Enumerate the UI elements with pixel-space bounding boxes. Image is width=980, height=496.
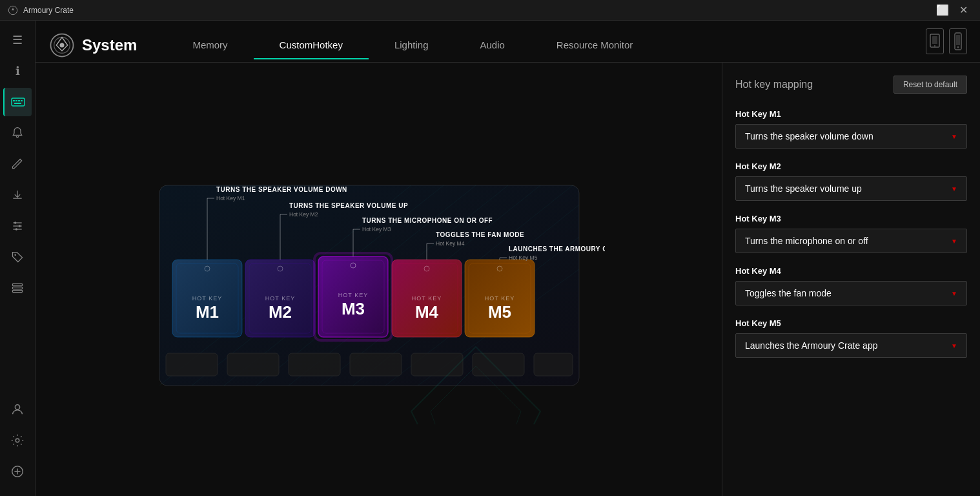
svg-rect-1: [12, 98, 25, 106]
device-icon-phone[interactable]: [949, 28, 967, 54]
tab-lighting[interactable]: Lighting: [369, 32, 454, 59]
hotkey-m2-dropdown[interactable]: Turns the speaker volume up ▼: [735, 176, 967, 201]
sidebar-item-settings[interactable]: [3, 426, 32, 455]
hotkey-m5-row: Hot Key M5 Launches the Armoury Crate ap…: [735, 318, 967, 358]
hotkey-m1-row: Hot Key M1 Turns the speaker volume down…: [735, 109, 967, 149]
sidebar-item-alerts[interactable]: [3, 119, 32, 147]
svg-text:TURNS THE SPEAKER VOLUME UP: TURNS THE SPEAKER VOLUME UP: [289, 202, 408, 209]
svg-text:M4: M4: [414, 302, 438, 322]
svg-rect-39: [166, 353, 218, 376]
svg-text:Hot Key M3: Hot Key M3: [362, 226, 391, 232]
app-icon: [8, 5, 18, 16]
svg-point-28: [957, 46, 959, 48]
sidebar-item-add[interactable]: [3, 457, 32, 486]
svg-text:Hot Key M1: Hot Key M1: [216, 195, 245, 202]
download-icon: [11, 189, 24, 202]
header-title: System: [82, 36, 137, 54]
sidebar-item-keyboard[interactable]: [3, 88, 32, 116]
reset-default-button[interactable]: Reset to default: [893, 76, 967, 94]
hotkey-m2-row: Hot Key M2 Turns the speaker volume up ▼: [735, 161, 967, 201]
add-icon: [10, 464, 25, 479]
list-icon: [11, 282, 24, 294]
svg-text:Hot Key M4: Hot Key M4: [436, 240, 465, 247]
tab-memory[interactable]: Memory: [167, 32, 253, 59]
edit-icon: [11, 158, 24, 170]
svg-point-13: [14, 254, 16, 256]
hotkey-m5-dropdown[interactable]: Launches the Armoury Crate app ▼: [735, 333, 967, 358]
svg-rect-4: [18, 100, 20, 101]
svg-text:Hot Key M2: Hot Key M2: [289, 211, 318, 218]
sidebar-item-info[interactable]: ℹ: [3, 57, 32, 85]
svg-text:M2: M2: [268, 302, 291, 322]
sidebar-item-user[interactable]: [3, 395, 32, 424]
svg-rect-45: [534, 353, 573, 376]
svg-rect-40: [227, 353, 279, 376]
tab-audio[interactable]: Audio: [454, 32, 530, 59]
tab-customhotkey[interactable]: CustomHotkey: [254, 32, 369, 59]
sidebar-item-controls[interactable]: [3, 212, 32, 240]
svg-text:M5: M5: [487, 302, 511, 322]
svg-rect-44: [473, 353, 524, 376]
svg-point-11: [19, 225, 21, 227]
tab-resource-monitor[interactable]: Resource Monitor: [531, 32, 658, 59]
svg-text:LAUNCHES THE ARMOURY CRATE APP: LAUNCHES THE ARMOURY CRATE APP: [509, 245, 605, 253]
tag-icon: [11, 251, 24, 264]
svg-text:TOGGLES THE FAN MODE: TOGGLES THE FAN MODE: [436, 231, 524, 238]
svg-point-17: [15, 405, 19, 409]
sidebar-item-download[interactable]: [3, 181, 32, 209]
svg-text:HOT KEY: HOT KEY: [484, 295, 514, 302]
hotkey-m4-row: Hot Key M4 Toggles the fan mode ▼: [735, 266, 967, 305]
hotkey-m3-dropdown[interactable]: Turns the microphone on or off ▼: [735, 229, 967, 253]
svg-point-22: [60, 43, 65, 48]
svg-rect-5: [21, 100, 23, 101]
dropdown-arrow-m1: ▼: [951, 133, 957, 140]
keyboard-area: HOT KEY M1 HOT KEY M2 HOT KEY M3: [36, 63, 722, 496]
bell-icon: [11, 127, 24, 140]
hotkey-m1-dropdown[interactable]: Turns the speaker volume down ▼: [735, 124, 967, 149]
svg-rect-16: [13, 290, 23, 292]
svg-text:HOT KEY: HOT KEY: [192, 295, 221, 302]
svg-text:HOT KEY: HOT KEY: [411, 295, 441, 302]
hotkey-m3-row: Hot Key M3 Turns the microphone on or of…: [735, 214, 967, 253]
gear-icon: [10, 433, 25, 448]
svg-point-18: [15, 439, 19, 442]
svg-text:M1: M1: [195, 302, 218, 322]
device-icon-laptop[interactable]: [926, 28, 944, 54]
svg-text:Hot Key M5: Hot Key M5: [509, 254, 538, 261]
svg-rect-27: [956, 35, 960, 45]
hotkey-m3-label: Hot Key M3: [735, 214, 967, 223]
svg-text:HOT KEY: HOT KEY: [338, 292, 367, 298]
titlebar-controls: ⬜ ✕: [934, 1, 972, 19]
hotkey-m4-dropdown[interactable]: Toggles the fan mode ▼: [735, 281, 967, 305]
sidebar-item-list[interactable]: [3, 274, 32, 302]
hotkey-diagram-svg: HOT KEY M1 HOT KEY M2 HOT KEY M3: [153, 76, 605, 424]
svg-rect-3: [15, 100, 17, 101]
svg-point-10: [14, 222, 16, 223]
svg-rect-6: [14, 103, 21, 104]
svg-rect-15: [13, 287, 23, 289]
svg-point-12: [15, 228, 17, 230]
device-selector: [926, 28, 967, 62]
hotkey-m1-label: Hot Key M1: [735, 109, 967, 119]
svg-rect-42: [350, 353, 402, 376]
svg-rect-43: [411, 353, 463, 376]
sidebar-item-edit[interactable]: [3, 150, 32, 178]
svg-text:TURNS THE SPEAKER VOLUME DOWN: TURNS THE SPEAKER VOLUME DOWN: [216, 186, 347, 193]
sidebar-item-tag[interactable]: [3, 243, 32, 271]
close-button[interactable]: ✕: [954, 1, 972, 19]
svg-text:M3: M3: [341, 299, 364, 318]
titlebar-left: Armoury Crate: [8, 5, 74, 16]
app-title: Armoury Crate: [23, 6, 74, 15]
maximize-button[interactable]: ⬜: [934, 1, 952, 19]
dropdown-arrow-m5: ▼: [951, 342, 957, 349]
svg-rect-14: [13, 284, 23, 285]
svg-rect-41: [289, 353, 340, 376]
rog-logo-icon: [48, 32, 76, 59]
svg-text:HOT KEY: HOT KEY: [265, 295, 294, 302]
user-icon: [10, 402, 25, 417]
hotkey-m4-label: Hot Key M4: [735, 266, 967, 276]
svg-rect-24: [932, 36, 937, 44]
sidebar-item-menu[interactable]: ☰: [3, 26, 32, 54]
rog-logo: System: [48, 32, 150, 59]
dropdown-arrow-m2: ▼: [951, 185, 957, 192]
